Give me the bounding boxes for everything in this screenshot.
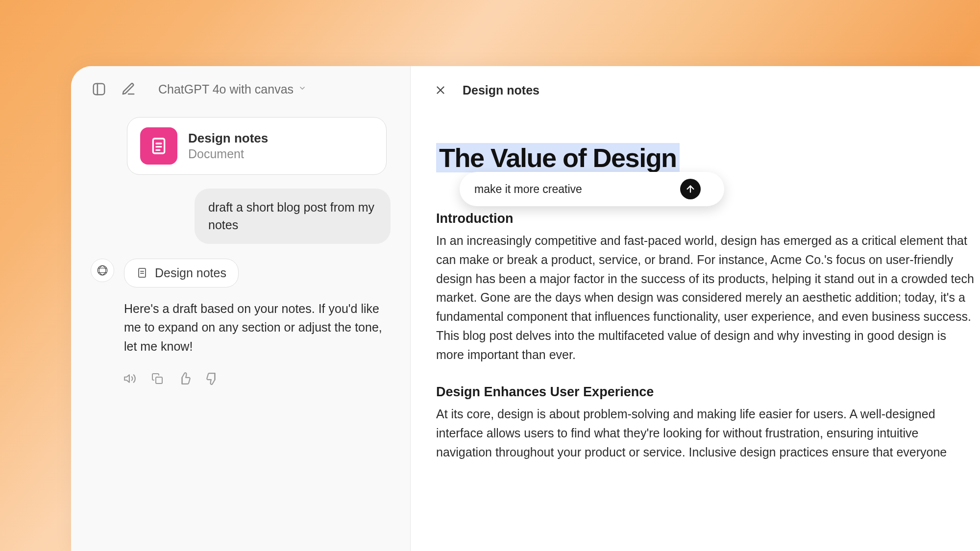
chat-header: ChatGPT 4o with canvas <box>71 81 410 111</box>
chevron-down-icon <box>298 84 306 95</box>
chat-thread: Design notes Document draft a short blog… <box>71 111 410 387</box>
attachment-meta: Design notes Document <box>188 131 268 161</box>
canvas-title: Design notes <box>463 83 539 97</box>
document-heading-1[interactable]: The Value of Design <box>436 143 680 172</box>
attachment-card[interactable]: Design notes Document <box>127 117 387 175</box>
svg-rect-11 <box>156 377 162 383</box>
attachment-title: Design notes <box>188 131 268 146</box>
send-button[interactable] <box>680 179 701 199</box>
section-body: In an increasingly competitive and fast-… <box>436 231 975 364</box>
inline-edit-popover <box>460 172 724 206</box>
canvas-reference-chip[interactable]: Design notes <box>124 259 239 287</box>
model-selector[interactable]: ChatGPT 4o with canvas <box>158 82 306 96</box>
svg-marker-10 <box>124 375 129 382</box>
attachment-subtitle: Document <box>188 147 268 161</box>
new-chat-icon[interactable] <box>120 81 137 97</box>
copy-icon[interactable] <box>148 370 166 387</box>
thumbs-up-icon[interactable] <box>176 370 194 387</box>
canvas-header: Design notes <box>411 66 980 108</box>
close-icon[interactable] <box>432 82 449 98</box>
document-body[interactable]: The Value of Design Introduction In an i… <box>411 108 980 462</box>
assistant-avatar <box>91 259 114 282</box>
document-icon <box>140 127 177 165</box>
user-message: draft a short blog post from my notes <box>195 189 391 244</box>
model-label: ChatGPT 4o with canvas <box>158 82 294 96</box>
canvas-pane: Design notes The Value of Design Introdu… <box>411 66 980 551</box>
read-aloud-icon[interactable] <box>121 370 139 387</box>
message-actions <box>121 370 391 387</box>
app-window: ChatGPT 4o with canvas Design notes Docu… <box>71 66 980 551</box>
reference-chip-label: Design notes <box>155 266 226 280</box>
chat-pane: ChatGPT 4o with canvas Design notes Docu… <box>71 66 411 551</box>
section-heading: Introduction <box>436 211 980 226</box>
inline-edit-input[interactable] <box>474 183 621 196</box>
assistant-row: Design notes <box>91 259 391 287</box>
section-heading: Design Enhances User Experience <box>436 384 980 400</box>
section-body: At its core, design is about problem-sol… <box>436 405 975 461</box>
sidebar-toggle-icon[interactable] <box>91 81 107 97</box>
svg-rect-0 <box>94 84 105 95</box>
assistant-message: Here's a draft based on your notes. If y… <box>124 299 389 356</box>
thumbs-down-icon[interactable] <box>203 370 221 387</box>
